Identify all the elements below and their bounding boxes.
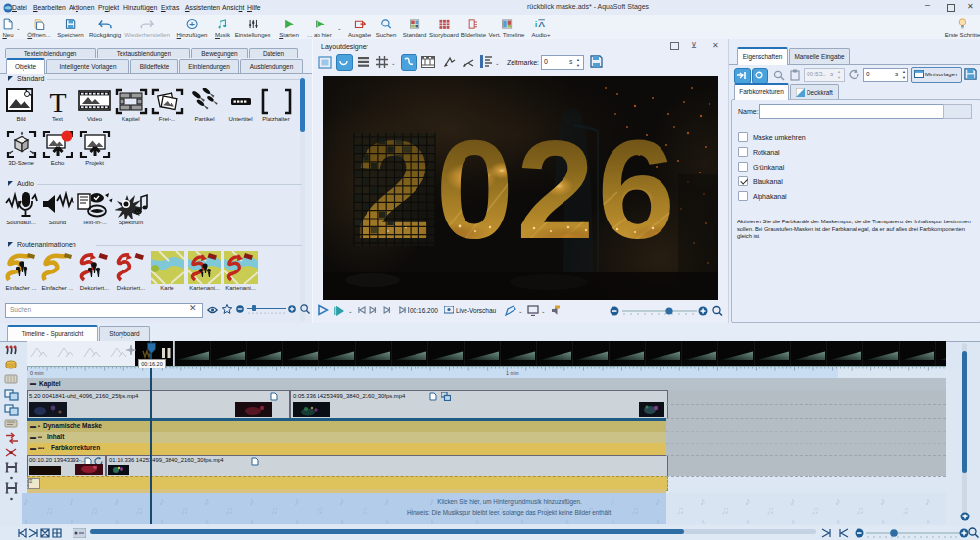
svg-text:A: A <box>538 19 545 29</box>
svg-text:i: i <box>535 19 538 29</box>
svg-text:T: T <box>49 88 66 115</box>
